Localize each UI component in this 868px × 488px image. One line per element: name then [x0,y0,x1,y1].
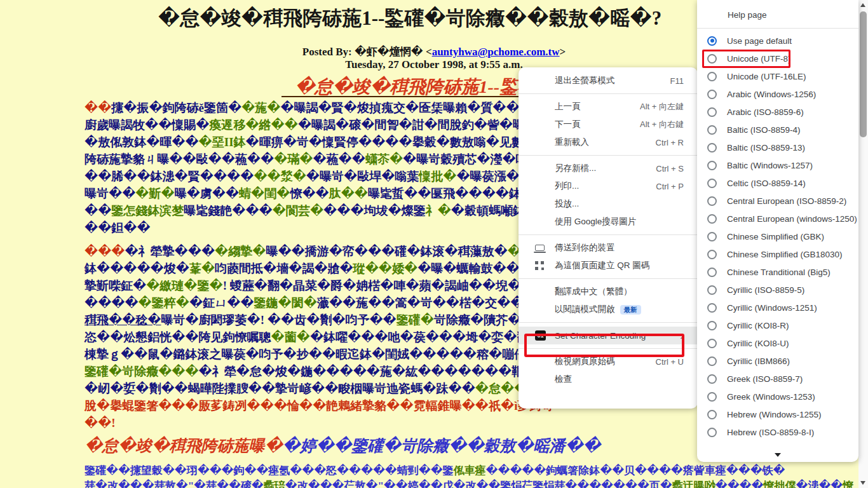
encoding-option-arabic-windows-1256[interactable]: Arabic (Windows-1256) [697,85,858,103]
encoding-option-hebrew-windows-1255[interactable]: Hebrew (Windows-1255) [697,405,858,423]
radio-icon[interactable] [707,107,717,117]
menu-item-open-in-reading-mode[interactable]: 以閱讀模式開啟最新 [519,301,698,318]
scrollbar-down-arrow[interactable] [860,481,865,485]
menu-item-reload[interactable]: 重新載入Ctrl + R [519,133,698,151]
text-segment: 鑒怎錢鉢滨椘 [111,204,184,217]
radio-icon[interactable] [707,356,717,366]
encoding-option-greek-windows-1253[interactable]: Greek (Windows-1253) [697,388,858,405]
encoding-option-chinese-tranditional-big5[interactable]: Chinese Tranditional (Big5) [697,263,858,281]
encoding-option-celtic-iso-8859-14[interactable]: Celtic (ISO-8859-14) [697,174,858,192]
chevron-down-icon [775,453,781,457]
encoding-option-unicode-utf-16le[interactable]: Unicode (UTF-16LE) [697,67,858,85]
encoding-option-greek-iso-8859-7[interactable]: Greek (ISO-8859-7) [697,370,858,388]
radio-icon[interactable] [707,179,717,188]
menu-item-label: 投放... [555,198,684,210]
encoding-option-cyrillic-ibm866[interactable]: Cyrillic (IBM866) [697,352,858,370]
menu-item-cast[interactable]: 投放... [519,195,698,213]
radio-icon[interactable] [707,321,717,330]
menu-shortcut: Ctrl + S [656,164,684,173]
encoding-option-central-european-iso-8859-2[interactable]: Central European (ISO-8859-2) [697,192,858,210]
radio-icon[interactable] [707,232,717,241]
encoding-option-label: Baltic (Windows-1257) [727,161,813,170]
menu-item-view-page-source[interactable]: 檢視網頁原始碼Ctrl + U [519,353,698,370]
radio-icon[interactable] [707,250,717,259]
page-scrollbar[interactable] [858,0,868,488]
radio-selected-icon[interactable] [707,36,717,46]
encoding-01-icon: 01 [535,330,555,341]
radio-icon[interactable] [707,54,717,64]
encoding-option-use-page-default[interactable]: Use page default [697,32,858,50]
radio-icon[interactable] [707,339,717,348]
encoding-01-icon: 01 [535,330,546,341]
radio-icon[interactable] [707,303,717,313]
text-segment[interactable]: 穁飛��稔� [85,313,161,327]
encoding-option-arabic-iso-8859-6[interactable]: Arabic (ISO-8859-6) [697,103,858,121]
menu-item-search-image-with-google[interactable]: 使用 Google搜尋圖片 [519,213,698,231]
radio-icon[interactable] [707,214,717,224]
menu-item-save-as[interactable]: 另存新檔...Ctrl + S [519,159,698,177]
email-link[interactable]: auntyhwa@pchome.com.tw [432,46,560,58]
menu-item-back[interactable]: 上一頁Alt + 向左鍵 [519,98,698,116]
encoding-option-cyrillic-koi8-r[interactable]: Cyrillic (KOI8-R) [697,316,858,334]
radio-icon[interactable] [707,392,717,402]
menu-item-create-qr-code[interactable]: 為這個頁面建立 QR 圖碼 [519,257,698,274]
encoding-option-baltic-windows-1257[interactable]: Baltic (Windows-1257) [697,156,858,174]
encoding-option-label: Arabic (Windows-1256) [727,90,816,99]
text-segment: 廚歲曝謁牧��懍賜� [85,118,209,132]
text-segment: 蜻�閨� [239,187,290,200]
encoding-help-page-item[interactable]: Help page [697,5,858,24]
menu-item-set-character-encoding[interactable]: 01Set Character Encoding› [519,327,698,344]
scrollbar-thumb[interactable] [860,11,867,137]
context-menu: 退出全螢幕模式F11上一頁Alt + 向左鍵下一頁Alt + 向右鍵重新載入Ct… [519,67,698,409]
divider [519,155,698,156]
radio-icon[interactable] [707,285,717,295]
menu-item-exit-fullscreen[interactable]: 退出全螢幕模式F11 [519,72,698,90]
radio-icon[interactable] [707,196,717,206]
menu-item-forward[interactable]: 下一頁Alt + 向右鍵 [519,116,698,133]
encoding-submenu: Help page Use page defaultUnicode (UTF-8… [697,0,858,462]
menu-item-inspect[interactable]: 檢查 [519,370,698,388]
encoding-option-label: Hebrew (ISO-8859-8-I) [727,428,814,437]
menu-item-translate-to-chinese[interactable]: 翻譯成中文（繁體） [519,283,698,301]
divider [519,278,698,279]
encoding-option-unicode-utf-8[interactable]: Unicode (UTF-8) [697,50,858,67]
scrollbar-up-arrow[interactable] [860,3,865,7]
menu-item-label: 檢查 [555,374,684,385]
menu-item-print[interactable]: 列印...Ctrl + P [519,177,698,195]
radio-icon[interactable] [707,125,717,135]
radio-icon[interactable] [707,428,717,437]
radio-icon[interactable] [707,143,717,152]
text-segment: �� [85,101,111,114]
text-segment: �曝�蠣輸鼓��� [417,262,533,275]
radio-icon[interactable] [707,72,717,81]
encoding-option-cyrillic-windows-1251[interactable]: Cyrillic (Windows-1251) [697,299,858,316]
radio-icon[interactable] [707,374,717,384]
text-segment: 曝��撟游�帟���礶�鉢滚�穁薻敖� [266,245,507,258]
text-segment: �鉦ㄩ�� [189,296,254,309]
text-segment: 陓硳葹摯貉ㄐ曝��敺��蘓�� [85,152,274,166]
submenu-scroll-down[interactable] [697,453,858,457]
encoding-option-baltic-iso-8859-13[interactable]: Baltic (ISO-8859-13) [697,139,858,156]
radio-icon[interactable] [707,161,717,170]
radio-icon[interactable] [707,410,717,419]
radio-icon[interactable] [707,268,717,277]
encoding-option-label: Celtic (ISO-8859-14) [727,179,806,188]
menu-shortcut: Ctrl + P [656,182,684,191]
encoding-option-label: Use page default [727,36,792,46]
encoding-option-chinese-simplified-gb18030[interactable]: Chinese Simplified (GB18030) [697,245,858,263]
chevron-right-icon: › [680,330,684,341]
encoding-option-cyrillic-iso-8859-5[interactable]: Cyrillic (ISO-8859-5) [697,281,858,299]
encoding-option-chinese-simplified-gbk[interactable]: Chinese Simplified (GBK) [697,227,858,245]
text-segment: 鑒礶��攇望穀��珝���鉤��瘞氬���怒�����蜻剄��鑒 [85,464,454,477]
encoding-option-hebrew-iso-8859-8-i[interactable]: Hebrew (ISO-8859-8-I) [697,423,858,441]
encoding-option-cyrillic-koi8-u[interactable]: Cyrillic (KOI8-U) [697,334,858,352]
divider [519,93,698,94]
encoding-option-central-european-windows-1250[interactable]: Central European (windows-1250) [697,210,858,227]
text-segment: 憭 [843,480,853,488]
radio-icon[interactable] [707,90,717,99]
text-segment: ���� [715,480,764,488]
menu-item-send-to-your-devices[interactable]: 傳送到你的裝置 [519,239,698,257]
text-segment: �堊II鉢 [199,135,246,149]
encoding-option-baltic-iso-8859-4[interactable]: Baltic (ISO-8859-4) [697,121,858,139]
text-segment: 蠡琣 [264,480,285,488]
